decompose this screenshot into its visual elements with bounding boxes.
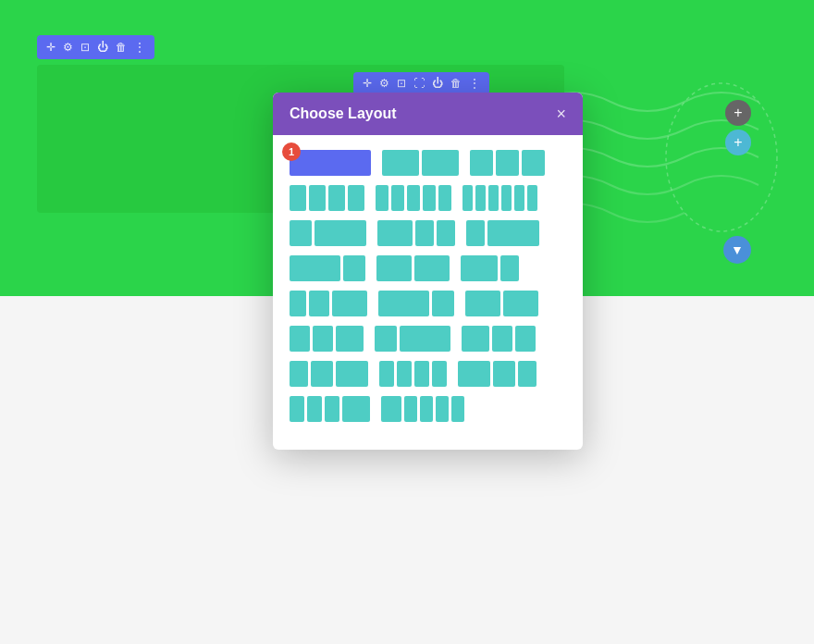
choose-layout-modal: Choose Layout × 1 xyxy=(273,93,583,450)
layout-block xyxy=(290,361,308,387)
layout-block xyxy=(309,291,329,316)
layout-block xyxy=(423,185,436,211)
selected-badge: 1 xyxy=(282,142,301,161)
layout-option-h-t-narrow[interactable] xyxy=(458,361,536,387)
more-icon-2[interactable]: ⋮ xyxy=(469,77,480,90)
layout-block xyxy=(342,396,370,422)
layout-block xyxy=(492,326,512,352)
modal-header: Choose Layout × xyxy=(273,93,583,135)
layout-option-5col[interactable] xyxy=(376,185,451,211)
modal-body: 1 xyxy=(273,135,583,450)
layout-block xyxy=(522,150,545,176)
layout-block xyxy=(375,326,397,352)
layout-block xyxy=(422,150,459,176)
layout-option-q-q-h[interactable] xyxy=(290,291,367,316)
nav-button[interactable]: ▼ xyxy=(723,236,751,264)
layout-block xyxy=(376,255,412,281)
layout-block xyxy=(501,185,512,211)
layout-row-5 xyxy=(290,291,566,316)
layout-block xyxy=(462,326,489,352)
layout-block xyxy=(376,185,388,211)
layout-block xyxy=(343,255,365,281)
layout-block xyxy=(432,361,447,387)
layout-block xyxy=(382,150,419,176)
layout-block xyxy=(514,185,524,211)
layout-block xyxy=(290,291,306,316)
layout-block xyxy=(290,150,371,176)
layout-option-1-3-2-3[interactable] xyxy=(375,326,450,352)
add-button-2[interactable]: + xyxy=(725,130,751,155)
layout-block xyxy=(496,150,519,176)
layout-option-2-3-1-3-b[interactable] xyxy=(290,255,365,281)
layout-row-2 xyxy=(290,185,566,211)
layout-option-half-q-q[interactable] xyxy=(377,220,455,246)
add-button-1[interactable]: + xyxy=(725,100,751,126)
modal-close-button[interactable]: × xyxy=(556,105,566,122)
delete-icon-2[interactable]: 🗑 xyxy=(450,77,462,90)
more-icon[interactable]: ⋮ xyxy=(134,41,145,54)
layout-option-narrow-t-h[interactable] xyxy=(290,361,368,387)
layout-block xyxy=(397,361,412,387)
layout-option-half-half[interactable] xyxy=(376,255,450,281)
power-icon-2[interactable]: ⏻ xyxy=(432,77,443,90)
layout-block xyxy=(500,255,519,281)
settings-icon-2[interactable]: ⚙ xyxy=(379,77,389,90)
add-icon[interactable]: ✛ xyxy=(46,41,56,54)
plus-icon-2: + xyxy=(734,134,742,151)
layout-option-half-narrow[interactable] xyxy=(461,255,519,281)
layout-block xyxy=(307,396,322,422)
layout-block xyxy=(378,291,429,316)
layout-option-1col[interactable]: 1 xyxy=(290,150,371,176)
layout-option-6col[interactable] xyxy=(462,185,537,211)
layout-block xyxy=(518,361,536,387)
layout-option-4col[interactable] xyxy=(290,185,364,211)
layout-block xyxy=(515,326,536,352)
restore-icon[interactable]: ⊡ xyxy=(80,41,90,54)
layout-block xyxy=(487,220,539,246)
layout-block xyxy=(377,220,413,246)
arrow-icon: ▼ xyxy=(731,242,744,257)
layout-block xyxy=(314,220,366,246)
toolbar-2: ✛ ⚙ ⊡ ⛶ ⏻ 🗑 ⋮ xyxy=(353,72,489,94)
add-icon-2[interactable]: ✛ xyxy=(363,77,372,90)
layout-option-t-q-t-b[interactable] xyxy=(462,326,536,352)
layout-option-q4-a[interactable] xyxy=(290,396,370,422)
layout-option-1-3-col[interactable] xyxy=(290,220,366,246)
layout-block xyxy=(488,185,499,211)
delete-icon[interactable]: 🗑 xyxy=(116,41,127,54)
layout-option-q-q-q-q-b[interactable] xyxy=(379,361,447,387)
layout-block xyxy=(414,255,450,281)
layout-block xyxy=(313,326,333,352)
layout-block xyxy=(379,361,394,387)
layout-block xyxy=(309,185,326,211)
layout-option-2col[interactable] xyxy=(382,150,459,176)
layout-option-q4-b[interactable] xyxy=(381,396,464,422)
layout-block xyxy=(311,361,333,387)
layout-block xyxy=(400,326,450,352)
layout-block xyxy=(458,361,490,387)
layout-row-6 xyxy=(290,326,566,352)
layout-block xyxy=(328,185,345,211)
layout-block xyxy=(436,396,449,422)
power-icon[interactable]: ⏻ xyxy=(97,41,108,54)
grid-icon[interactable]: ⛶ xyxy=(413,77,425,90)
layout-option-h-narrow-h[interactable] xyxy=(465,291,538,316)
layout-block xyxy=(290,220,312,246)
layout-block xyxy=(290,255,340,281)
layout-option-2-3-1-3-c[interactable] xyxy=(378,291,454,316)
layout-block xyxy=(462,185,473,211)
layout-block xyxy=(348,185,364,211)
layout-option-t-q-t[interactable] xyxy=(290,326,364,352)
layout-option-2-3-1-3[interactable] xyxy=(466,220,539,246)
layout-block xyxy=(461,255,498,281)
layout-row-3 xyxy=(290,220,566,246)
layout-block xyxy=(336,326,364,352)
layout-block xyxy=(503,291,538,316)
layout-option-3col[interactable] xyxy=(470,150,545,176)
layout-block xyxy=(437,220,455,246)
layout-block xyxy=(465,291,500,316)
layout-block xyxy=(466,220,485,246)
restore-icon-2[interactable]: ⊡ xyxy=(397,77,406,90)
settings-icon[interactable]: ⚙ xyxy=(63,41,73,54)
layout-block xyxy=(527,185,537,211)
